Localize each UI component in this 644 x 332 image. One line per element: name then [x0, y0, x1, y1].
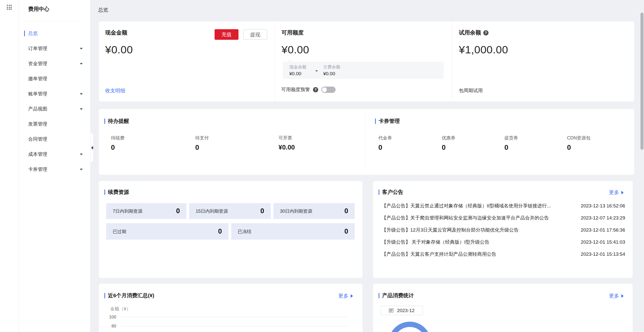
tile-expired[interactable]: 已过期 0: [106, 223, 228, 240]
credit-warning-row: 可用额度预警 ?: [281, 86, 336, 93]
credit-warning-label: 可用额度预警: [281, 86, 310, 93]
sidebar-item-contracts[interactable]: 合同管理: [19, 132, 90, 147]
renewal-resources-card: 续费资源 7日内到期资源 0 15日内到期资源 0 30日内到期资源 0 已过期…: [99, 181, 363, 278]
arrears-value: ¥0.00: [323, 71, 340, 77]
todo-coupon-card: 待办提醒 待续费 0 待支付 0 可开票 ¥0.00 卡券管理 代金券 0 优惠…: [99, 109, 634, 175]
app-launcher-icon[interactable]: [7, 5, 12, 10]
renewal-title: 续费资源: [108, 189, 129, 196]
arrears-column: 欠费余额 ¥0.00: [323, 64, 340, 77]
sidebar-item-orders[interactable]: 订单管理: [19, 41, 90, 56]
chart-tick-100: 100: [104, 315, 116, 320]
consumption-summary-card: 近6个月消费汇总(¥) 更多 金额（¥） 100 80: [99, 284, 363, 332]
help-icon[interactable]: ?: [313, 87, 318, 92]
todo-stat-renew[interactable]: 待续费 0: [111, 135, 125, 152]
todo-stat-pay[interactable]: 待支付 0: [195, 135, 209, 152]
credit-section: 可用额度 ¥0.00 现金余额 ¥0.00 - 欠费余额 ¥0.00 可用额度预…: [275, 21, 452, 101]
sidebar-divider: [25, 21, 82, 21]
tile-expiring-30d[interactable]: 30日内到期资源 0: [273, 203, 355, 219]
coupon-stat-voucher[interactable]: 代金券 0: [378, 135, 392, 152]
coupon-stat-cdn[interactable]: CDN资源包 0: [567, 135, 590, 152]
product-stats-card: 产品消费统计 更多 2023-12: [373, 284, 633, 332]
title-accent-bar: [379, 190, 379, 195]
credit-amount: ¥0.00: [281, 44, 309, 56]
sidebar-item-funds[interactable]: 资金管理: [19, 56, 90, 71]
title-accent-bar: [104, 119, 105, 124]
announcements-card: 客户公告 更多 【产品公告】天翼云禁止通过对象存储（经典版）II型桶域名使用分享…: [373, 181, 633, 278]
announcement-item[interactable]: 【产品公告】天翼云禁止通过对象存储（经典版）II型桶域名使用分享链接进行... …: [382, 202, 625, 209]
coupons-title-row: 卡券管理: [375, 118, 400, 125]
chevron-down-icon: [80, 169, 83, 170]
sidebar-collapse-handle[interactable]: [91, 133, 94, 162]
page-scrollbar-thumb[interactable]: [640, 13, 643, 150]
announcement-item[interactable]: 【产品公告】关于爬虫管理和网站安全监测与边缘安全加速平台产品合并的公告 2023…: [382, 214, 625, 222]
credit-breakdown-box: 现金余额 ¥0.00 - 欠费余额 ¥0.00: [283, 62, 444, 79]
breadcrumb: 总览: [98, 7, 108, 13]
sidebar-title: 费用中心: [28, 6, 49, 13]
trial-footnote: 包周期试用: [459, 87, 483, 94]
sidebar-item-product-view[interactable]: 产品视图: [19, 101, 90, 117]
coupons-title: 卡券管理: [379, 118, 400, 125]
cash-amount: ¥0.00: [105, 44, 133, 56]
chevron-down-icon: [80, 93, 83, 95]
arrow-right-icon: [351, 294, 353, 298]
cash-balance-column: 现金余额 ¥0.00: [289, 64, 306, 77]
tooltip-pointer: [288, 60, 292, 62]
renewal-title-row: 续费资源: [104, 189, 129, 196]
title-accent-bar: [379, 293, 379, 298]
announcements-title: 客户公告: [382, 189, 403, 196]
app-rail: [0, 0, 19, 332]
chevron-down-icon: [80, 154, 83, 155]
toggle-knob: [322, 87, 327, 92]
sidebar-item-invoices[interactable]: 发票管理: [19, 117, 90, 132]
balance-overview-card: 现金金额 充值 提现 ¥0.00 收支明细 可用额度 ¥0.00 现金余额 ¥0…: [99, 21, 634, 101]
sidebar-menu: 总览 订单管理 资金管理 撤单管理 账单管理 产品视图 发票管理 合同管理 成本…: [19, 26, 90, 177]
todo-title-row: 待办提醒: [104, 118, 129, 125]
consumption-title: 近6个月消费汇总(¥): [108, 292, 154, 299]
product-stats-title: 产品消费统计: [382, 292, 414, 299]
credit-warning-toggle[interactable]: [321, 87, 336, 93]
chevron-down-icon: [80, 108, 83, 110]
sidebar-item-cost[interactable]: 成本管理: [19, 147, 90, 162]
sidebar-item-bills[interactable]: 账单管理: [19, 86, 90, 101]
cash-section: 现金金额 充值 提现 ¥0.00 收支明细: [99, 21, 275, 101]
coupon-stat-discount[interactable]: 优惠券 0: [442, 135, 455, 152]
tile-frozen[interactable]: 已冻结 0: [231, 223, 355, 240]
cash-title: 现金金额: [105, 29, 127, 36]
chart-y-axis-label: 金额（¥）: [110, 306, 131, 312]
arrow-right-icon: [621, 191, 624, 194]
product-stats-title-row: 产品消费统计: [379, 292, 414, 299]
tile-expiring-15d[interactable]: 15日内到期资源 0: [189, 203, 271, 219]
sidebar-item-overview[interactable]: 总览: [19, 26, 90, 41]
chevron-down-icon: [80, 63, 83, 65]
trial-section: 试用余额 ? ¥1,000.00 包周期试用: [452, 21, 634, 101]
coupon-stat-pickup[interactable]: 提货券 0: [504, 135, 518, 152]
announcement-item[interactable]: 【升级公告】12月3日天翼云官网及控制台部分功能优化升级公告 2023-12-0…: [382, 227, 625, 234]
month-picker[interactable]: 2023-12: [381, 306, 423, 315]
sidebar-item-cancel-orders[interactable]: 撤单管理: [19, 71, 90, 86]
title-accent-bar: [104, 293, 105, 298]
help-icon[interactable]: ?: [483, 30, 489, 35]
recharge-button[interactable]: 充值: [215, 29, 238, 40]
withdraw-button[interactable]: 提现: [243, 29, 267, 40]
active-indicator-bar: [24, 31, 25, 36]
product-stats-more-link[interactable]: 更多: [609, 292, 624, 299]
cash-balance-value: ¥0.00: [289, 71, 306, 77]
vertical-divider: [366, 112, 366, 172]
calendar-icon: [389, 308, 393, 313]
income-expense-detail-link[interactable]: 收支明细: [105, 87, 125, 94]
announcement-item[interactable]: 【产品公告】天翼云客户支持计划产品公测转商用公告 2023-12-01 15:1…: [382, 251, 625, 258]
announcements-more-link[interactable]: 更多: [609, 189, 624, 196]
arrears-label: 欠费余额: [323, 64, 340, 70]
consumption-more-link[interactable]: 更多: [338, 292, 353, 299]
title-accent-bar: [375, 119, 376, 124]
chart-tick-80: 80: [104, 324, 116, 329]
todo-title: 待办提醒: [108, 118, 129, 125]
product-consumption-donut-chart: [388, 322, 431, 332]
announcements-title-row: 客户公告: [379, 189, 403, 196]
title-accent-bar: [104, 190, 105, 195]
announcement-item[interactable]: 【升级公告】 关于对象存储（经典版）I型升级公告 2023-12-01 15:4…: [382, 239, 625, 246]
tile-expiring-7d[interactable]: 7日内到期资源 0: [106, 203, 186, 219]
sidebar-item-coupons[interactable]: 卡券管理: [19, 162, 90, 177]
todo-stat-invoice[interactable]: 可开票 ¥0.00: [278, 135, 295, 151]
sidebar: 费用中心 总览 订单管理 资金管理 撤单管理 账单管理 产品视图 发票管理: [19, 0, 91, 332]
